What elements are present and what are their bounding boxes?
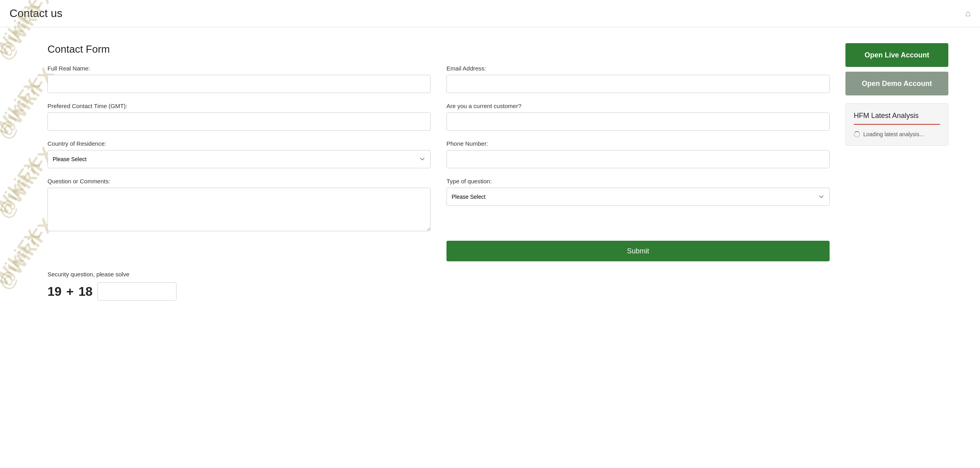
form-title: Contact Form [47,43,830,55]
current-customer-input[interactable] [446,112,830,131]
email-label: Email Address: [446,65,830,72]
page-title: Contact us [9,7,63,20]
country-group: Country of Residence: Please Select Unit… [47,140,431,168]
full-name-label: Full Real Name: [47,65,431,72]
security-number-1: 19 [47,284,62,299]
open-live-account-button[interactable]: Open Live Account [845,43,948,67]
analysis-loading: Loading latest analysis... [854,131,940,137]
question-group: Question or Comments: [47,178,431,261]
home-icon[interactable]: ⌂ [965,8,971,19]
email-input[interactable] [446,75,830,93]
submit-button[interactable]: Submit [446,241,830,261]
loading-spinner-icon [854,131,860,137]
question-textarea[interactable] [47,188,431,231]
open-demo-account-button[interactable]: Open Demo Account [845,72,948,95]
security-label: Security question, please solve [47,271,830,278]
country-label: Country of Residence: [47,140,431,147]
country-select[interactable]: Please Select United States United Kingd… [47,150,431,168]
analysis-title: HFM Latest Analysis [854,112,940,125]
sidebar: Open Live Account Open Demo Account HFM … [845,43,948,301]
type-question-label: Type of question: [446,178,830,185]
current-customer-group: Are you a current customer? [446,103,830,131]
analysis-loading-text: Loading latest analysis... [863,131,924,137]
security-section: Security question, please solve 19 + 18 [47,271,830,301]
page-header: Contact us ⌂ [0,0,980,27]
preferred-contact-group: Prefered Contact Time (GMT): [47,103,431,131]
current-customer-label: Are you a current customer? [446,103,830,109]
analysis-box: HFM Latest Analysis Loading latest analy… [845,103,948,146]
email-group: Email Address: [446,65,830,93]
type-question-group: Type of question: Please Select General … [446,178,830,261]
phone-input[interactable] [446,150,830,168]
security-equation: 19 + 18 [47,282,830,301]
type-question-select[interactable]: Please Select General Inquiry Technical … [446,188,830,206]
phone-group: Phone Number: [446,140,830,168]
full-name-input[interactable] [47,75,431,93]
phone-label: Phone Number: [446,140,830,147]
security-number-2: 18 [78,284,93,299]
form-row-3: Country of Residence: Please Select Unit… [47,140,830,168]
full-name-group: Full Real Name: [47,65,431,93]
security-plus: + [66,284,74,299]
contact-form-section: Contact Form Full Real Name: Email Addre… [47,43,830,301]
country-select-wrapper: Please Select United States United Kingd… [47,150,431,168]
form-row-2: Prefered Contact Time (GMT): Are you a c… [47,103,830,131]
main-content: Contact Form Full Real Name: Email Addre… [0,27,980,316]
form-row-4: Question or Comments: Type of question: … [47,178,830,261]
question-label: Question or Comments: [47,178,431,185]
preferred-contact-input[interactable] [47,112,431,131]
preferred-contact-label: Prefered Contact Time (GMT): [47,103,431,109]
security-answer-input[interactable] [97,282,177,301]
form-row-1: Full Real Name: Email Address: [47,65,830,93]
